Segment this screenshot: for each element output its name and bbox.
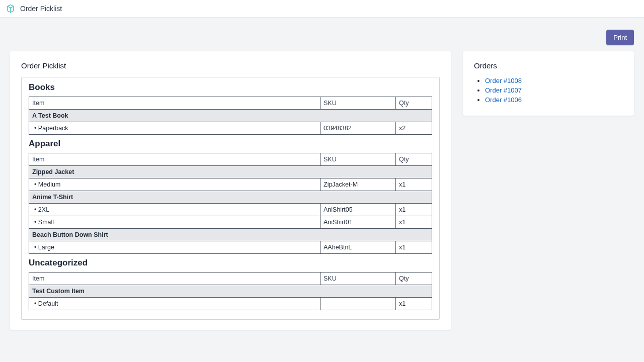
variant-cell: Large xyxy=(29,241,320,254)
product-group-row: Zipped Jacket xyxy=(29,166,432,178)
table-row: LargeAAheBtnLx1 xyxy=(29,241,432,254)
col-qty: Qty xyxy=(396,153,432,166)
variant-cell: 2XL xyxy=(29,204,320,216)
col-sku: SKU xyxy=(320,97,396,110)
sku-cell: AniShirt01 xyxy=(320,216,396,229)
sku-cell: ZipJacket-M xyxy=(320,178,396,191)
product-name: A Test Book xyxy=(29,110,432,122)
category-title: Uncategorized xyxy=(29,258,432,268)
product-group-row: Test Custom Item xyxy=(29,285,432,298)
product-group-row: Anime T-Shirt xyxy=(29,191,432,204)
list-item: Order #1006 xyxy=(485,96,623,104)
col-item: Item xyxy=(29,273,320,285)
order-link[interactable]: Order #1006 xyxy=(485,96,522,104)
col-qty: Qty xyxy=(396,273,432,285)
picklist-table: ItemSKUQtyZipped JacketMediumZipJacket-M… xyxy=(29,153,432,254)
list-item: Order #1008 xyxy=(485,77,623,84)
orders-card: Orders Order #1008Order #1007Order #1006 xyxy=(463,51,634,116)
variant-cell: Paperback xyxy=(29,122,320,135)
picklist-card: Order Picklist BooksItemSKUQtyA Test Boo… xyxy=(10,51,451,330)
order-link[interactable]: Order #1008 xyxy=(485,77,522,84)
print-button[interactable]: Print xyxy=(606,30,634,45)
sku-cell: AniShirt05 xyxy=(320,204,396,216)
table-row: Defaultx1 xyxy=(29,298,432,310)
qty-cell: x2 xyxy=(396,122,432,135)
orders-title: Orders xyxy=(474,61,623,70)
category-title: Books xyxy=(29,82,432,93)
picklist-body: BooksItemSKUQtyA Test BookPaperback03948… xyxy=(21,77,440,320)
actions-bar: Print xyxy=(10,26,634,51)
col-item: Item xyxy=(29,97,320,110)
sku-cell: AAheBtnL xyxy=(320,241,396,254)
sku-cell: 03948382 xyxy=(320,122,396,135)
variant-cell: Small xyxy=(29,216,320,229)
col-sku: SKU xyxy=(320,153,396,166)
product-name: Test Custom Item xyxy=(29,285,432,298)
topbar: Order Picklist xyxy=(0,0,644,18)
table-row: MediumZipJacket-Mx1 xyxy=(29,178,432,191)
col-sku: SKU xyxy=(320,273,396,285)
picklist-table: ItemSKUQtyTest Custom ItemDefaultx1 xyxy=(29,272,432,310)
qty-cell: x1 xyxy=(396,204,432,216)
picklist-table: ItemSKUQtyA Test BookPaperback03948382x2 xyxy=(29,97,432,135)
qty-cell: x1 xyxy=(396,216,432,229)
col-qty: Qty xyxy=(396,97,432,110)
table-row: SmallAniShirt01x1 xyxy=(29,216,432,229)
col-item: Item xyxy=(29,153,320,166)
order-link[interactable]: Order #1007 xyxy=(485,86,522,94)
qty-cell: x1 xyxy=(396,178,432,191)
product-name: Zipped Jacket xyxy=(29,166,432,178)
product-name: Anime T-Shirt xyxy=(29,191,432,204)
card-title: Order Picklist xyxy=(21,61,440,70)
product-group-row: A Test Book xyxy=(29,110,432,122)
app-title: Order Picklist xyxy=(20,5,62,13)
list-item: Order #1007 xyxy=(485,86,623,94)
product-name: Beach Button Down Shirt xyxy=(29,229,432,241)
table-row: 2XLAniShirt05x1 xyxy=(29,204,432,216)
qty-cell: x1 xyxy=(396,298,432,310)
orders-list: Order #1008Order #1007Order #1006 xyxy=(474,77,623,104)
product-group-row: Beach Button Down Shirt xyxy=(29,229,432,241)
category-title: Apparel xyxy=(29,139,432,149)
qty-cell: x1 xyxy=(396,241,432,254)
sku-cell xyxy=(320,298,396,310)
app-icon xyxy=(6,4,15,13)
table-row: Paperback03948382x2 xyxy=(29,122,432,135)
variant-cell: Default xyxy=(29,298,320,310)
variant-cell: Medium xyxy=(29,178,320,191)
